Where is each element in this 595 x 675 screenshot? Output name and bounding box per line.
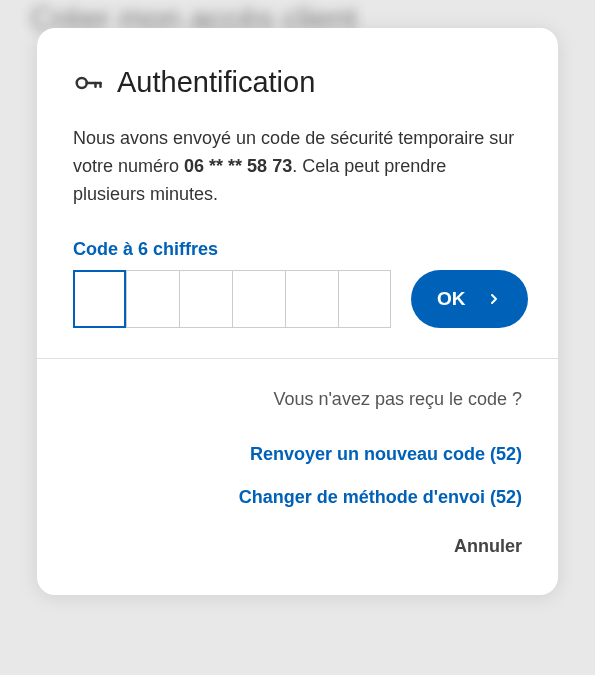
not-received-prompt: Vous n'avez pas reçu le code ? [73,389,522,410]
change-method-link[interactable]: Changer de méthode d'envoi (52) [73,487,522,508]
authentication-modal: Authentification Nous avons envoyé un co… [37,28,558,595]
modal-description: Nous avons envoyé un code de sécurité te… [73,125,522,209]
code-digit-1[interactable] [73,270,126,328]
code-digit-6[interactable] [338,270,391,328]
masked-phone-number: 06 ** ** 58 73 [184,156,292,176]
chevron-right-icon [486,291,502,307]
resend-code-link[interactable]: Renvoyer un nouveau code (52) [73,444,522,465]
code-digit-4[interactable] [232,270,285,328]
svg-point-0 [77,78,87,88]
code-entry-row: OK [73,270,522,328]
submit-code-button[interactable]: OK [411,270,528,328]
cancel-link[interactable]: Annuler [73,536,522,557]
modal-upper-section: Authentification Nous avons envoyé un co… [37,28,558,358]
modal-title-row: Authentification [73,66,522,99]
code-digit-5[interactable] [285,270,338,328]
modal-lower-section: Vous n'avez pas reçu le code ? Renvoyer … [37,358,558,595]
code-digit-3[interactable] [179,270,232,328]
key-icon [73,68,103,98]
code-digit-2[interactable] [126,270,179,328]
code-inputs-group [73,270,391,328]
code-input-label: Code à 6 chiffres [73,239,522,260]
modal-title: Authentification [117,66,315,99]
ok-button-label: OK [437,288,466,310]
